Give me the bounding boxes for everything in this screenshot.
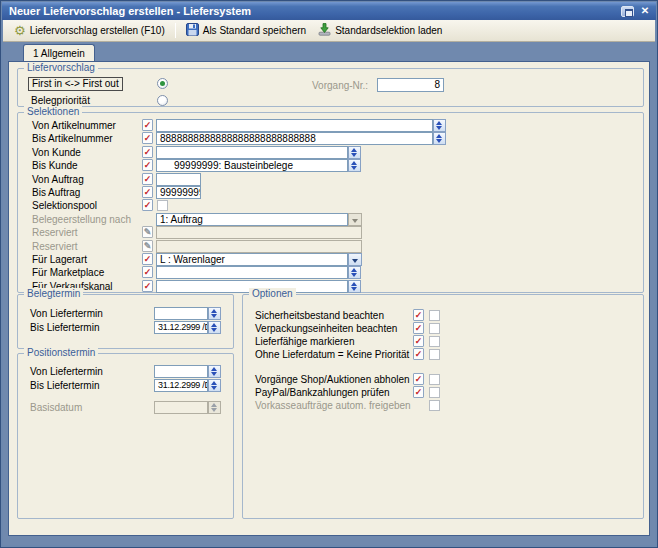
group-positionstermin-legend: Positionstermin (24, 347, 98, 358)
fuer-marketplace-input[interactable] (156, 266, 348, 279)
selection-check-icon[interactable]: ✓ (142, 266, 153, 278)
row-reserviert-1: Reserviert ✎ (18, 226, 643, 239)
selection-check-icon[interactable]: ✓ (142, 186, 153, 198)
spinner-icon[interactable] (348, 146, 361, 159)
positionstermin-von-input[interactable] (154, 365, 208, 378)
belegtermin-bis-label: Bis Liefertermin (30, 322, 99, 333)
spinner-icon[interactable] (433, 132, 446, 145)
belegeerstellung-nach-select[interactable]: 1: Auftrag (156, 213, 348, 226)
ohne-lieferdatum-label: Ohne Lieferdatum = Keine Priorität (255, 349, 409, 360)
selection-check-icon[interactable]: ✓ (413, 386, 424, 398)
selection-check-icon[interactable]: ✓ (142, 119, 153, 131)
title-bar[interactable]: Neuer Liefervorschlag erstellen - Liefer… (2, 2, 656, 20)
spinner-icon[interactable] (348, 159, 361, 172)
row-von-artikelnummer: Von Artikelnummer ✓ (18, 119, 643, 132)
belegtermin-von-input[interactable] (154, 307, 208, 320)
sicherheitsbestand-label: Sicherheitsbestand beachten (255, 310, 384, 321)
selection-check-icon[interactable]: ✓ (142, 159, 153, 171)
reserviert-label: Reserviert (32, 227, 78, 238)
row-bis-artikelnummer: Bis Artikelnummer ✓ 88888888888888888888… (18, 132, 643, 145)
vorgang-nr-label: Vorgang-Nr.: (312, 80, 368, 91)
positionstermin-von-label: Von Liefertermin (30, 366, 103, 377)
load-default-selection-button[interactable]: Standardselektion laden (313, 21, 447, 40)
reserviert-input (156, 226, 362, 239)
vorgaenge-shop-checkbox[interactable] (429, 374, 440, 385)
sicherheitsbestand-checkbox[interactable] (429, 310, 440, 321)
positionstermin-bis-input[interactable]: 31.12.2999 /Di (154, 379, 208, 392)
bis-kunde-input[interactable]: 99999999: Bausteinbelege (156, 159, 348, 172)
toolbar-separator (175, 23, 176, 38)
row-lieferfaehige: Lieferfähige markieren ✓ (243, 335, 643, 348)
row-von-auftrag: Von Auftrag ✓ (18, 173, 643, 186)
row-vorgaenge-shop: Vorgänge Shop/Auktionen abholen ✓ (243, 373, 643, 386)
selection-check-icon[interactable]: ✓ (413, 309, 424, 321)
spinner-icon[interactable] (208, 321, 221, 334)
selection-check-icon[interactable]: ✓ (142, 253, 153, 265)
verpackungseinheiten-checkbox[interactable] (429, 323, 440, 334)
von-kunde-input[interactable] (156, 146, 348, 159)
radio-belegprioritaet[interactable] (157, 95, 168, 106)
reserviert-input (156, 240, 362, 253)
selection-check-icon[interactable]: ✓ (413, 373, 424, 385)
selection-check-icon[interactable]: ✓ (413, 335, 424, 347)
row-ohne-lieferdatum: Ohne Lieferdatum = Keine Priorität ✓ (243, 348, 643, 361)
selection-check-icon[interactable]: ✓ (142, 199, 153, 211)
ohne-lieferdatum-checkbox[interactable] (429, 349, 440, 360)
paypal-bankzahlungen-checkbox[interactable] (429, 387, 440, 398)
fuer-lagerart-select[interactable]: L : Warenlager (156, 253, 348, 266)
bis-artikelnummer-input[interactable]: 8888888888888888888888888888 (156, 132, 433, 145)
von-auftrag-input[interactable] (156, 173, 201, 186)
spinner-icon[interactable] (208, 365, 221, 378)
toolbar: ⚙ Liefervorschlag erstellen (F10) Als St… (3, 20, 655, 42)
window-frame: Neuer Liefervorschlag erstellen - Liefer… (0, 0, 658, 548)
chevron-down-icon (348, 213, 362, 226)
row-belegeerstellung-nach: Belegeerstellung nach 1: Auftrag (18, 213, 643, 226)
bis-auftrag-input[interactable]: 99999999 (156, 186, 201, 199)
row-fuer-marketplace: Für Marketplace ✓ (18, 266, 643, 279)
von-artikelnummer-input[interactable] (156, 119, 433, 132)
selection-check-icon[interactable]: ✓ (142, 280, 153, 292)
positionstermin-bis-label: Bis Liefertermin (30, 380, 99, 391)
selection-check-icon[interactable]: ✓ (413, 322, 424, 334)
basisdatum-input (154, 401, 208, 414)
row-reserviert-2: Reserviert ✎ (18, 240, 643, 253)
bis-auftrag-label: Bis Auftrag (32, 187, 80, 198)
spinner-icon[interactable] (433, 119, 446, 132)
vorgang-nr-input[interactable]: 8 (377, 78, 444, 92)
reserviert-label: Reserviert (32, 241, 78, 252)
von-auftrag-label: Von Auftrag (32, 174, 84, 185)
selection-check-icon[interactable]: ✓ (142, 132, 153, 144)
radio-first-in-first-out[interactable] (157, 78, 168, 89)
save-as-default-button[interactable]: Als Standard speichern (181, 21, 311, 40)
close-icon[interactable]: ✕ (638, 5, 652, 17)
selection-check-icon[interactable]: ✓ (413, 348, 424, 360)
restore-icon[interactable] (621, 6, 634, 17)
radio-label-belegprioritaet: Belegpriorität (31, 95, 90, 106)
save-icon (186, 23, 199, 38)
tab-allgemein[interactable]: 1 Allgemein (23, 44, 95, 62)
row-fuer-lagerart: Für Lagerart ✓ L : Warenlager (18, 253, 643, 266)
selektionspool-checkbox[interactable] (157, 200, 168, 211)
spinner-icon[interactable] (208, 307, 221, 320)
spinner-icon[interactable] (208, 379, 221, 392)
chevron-down-icon[interactable] (348, 253, 362, 266)
lieferfaehige-checkbox[interactable] (429, 336, 440, 347)
bis-kunde-label: Bis Kunde (32, 160, 78, 171)
load-icon (318, 23, 331, 38)
window-controls: ✕ (621, 5, 652, 17)
belegtermin-bis-input[interactable]: 31.12.2999 /Di (154, 321, 208, 334)
row-bis-kunde: Bis Kunde ✓ 99999999: Bausteinbelege (18, 159, 643, 172)
bis-artikelnummer-label: Bis Artikelnummer (32, 133, 113, 144)
spinner-icon[interactable] (348, 266, 361, 279)
von-artikelnummer-label: Von Artikelnummer (32, 120, 116, 131)
belegeerstellung-nach-label: Belegeerstellung nach (32, 214, 131, 225)
create-delivery-proposal-label: Liefervorschlag erstellen (F10) (30, 25, 165, 36)
fuer-marketplace-label: Für Marketplace (32, 267, 104, 278)
spinner-icon[interactable] (348, 280, 361, 293)
lieferfaehige-label: Lieferfähige markieren (255, 336, 355, 347)
create-delivery-proposal-button[interactable]: ⚙ Liefervorschlag erstellen (F10) (9, 22, 170, 39)
selection-check-icon[interactable]: ✓ (142, 146, 153, 158)
group-positionstermin: Positionstermin Von Liefertermin Bis Lie… (17, 353, 234, 519)
selection-check-icon[interactable]: ✓ (142, 173, 153, 185)
selektionspool-label: Selektionspool (32, 200, 97, 211)
